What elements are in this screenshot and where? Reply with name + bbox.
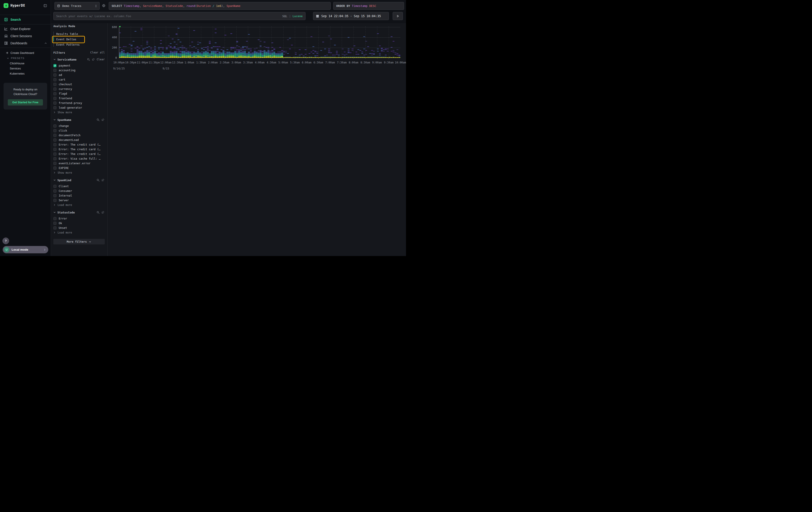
checkbox[interactable] [53,83,56,86]
filter-group-header-spankind[interactable]: SpanKind [53,178,105,182]
search-icon[interactable] [96,179,100,182]
show-more-button[interactable]: Show more [53,110,105,115]
sidebar-item-services[interactable]: Services [0,66,51,71]
filter-option-server[interactable]: Server [53,198,105,203]
checkbox[interactable] [53,189,56,193]
sidebar-item-dashboards[interactable]: Dashboards [0,39,51,47]
filter-option-flagd[interactable]: flagd [53,91,105,96]
sidebar-collapse-icon[interactable] [44,4,47,7]
checkbox[interactable] [53,166,56,170]
more-filters-button[interactable]: More filters [53,239,105,244]
sql-orderby-editor[interactable]: ORDER BY Timestamp DESC [333,2,404,10]
filter-option-load-generator[interactable]: load-generator [53,105,105,110]
filter-option-ad[interactable]: ad [53,73,105,77]
filter-option-currency[interactable]: currency [53,87,105,91]
source-select[interactable]: Demo Traces [55,2,99,10]
checkbox-checked[interactable] [53,64,56,67]
filter-option-error-the-credit-card-[interactable]: Error: The credit card (… [53,142,105,147]
filter-option-error-the-credit-card-[interactable]: Error: The credit card (… [53,152,105,156]
checkbox[interactable] [53,134,56,137]
search-icon[interactable] [87,58,90,61]
filter-option-consumer[interactable]: Consumer [53,189,105,193]
filter-option-error-visa-cache-full-[interactable]: Error: Visa cache full: … [53,156,105,161]
heatmap-canvas[interactable] [119,26,401,59]
filter-option-documentload[interactable]: documentLoad [53,138,105,142]
checkbox[interactable] [53,74,56,77]
search-input[interactable] [56,15,281,18]
pin-icon[interactable] [92,58,95,61]
mode-sql-toggle[interactable]: SQL [282,15,288,18]
search-icon[interactable] [96,211,100,214]
checkbox[interactable] [53,143,56,146]
filter-group-header-servicename[interactable]: ServiceNameClear [53,57,105,61]
checkbox[interactable] [53,87,56,90]
filter-option-unset[interactable]: Unset [53,225,105,230]
clear-group-button[interactable]: Clear [97,58,105,61]
filter-option-cart[interactable]: cart [53,77,105,82]
show-more-button[interactable]: Show more [53,170,105,175]
clear-all-button[interactable]: Clear all [90,51,105,54]
mode-lucene-toggle[interactable]: Lucene [293,15,302,18]
get-started-button[interactable]: Get Started for Free [8,99,43,106]
analysis-mode-results-table[interactable]: Results Table [56,31,105,36]
filter-option-change[interactable]: change [53,124,105,128]
checkbox[interactable] [53,92,56,95]
filter-option-click[interactable]: click [53,128,105,133]
sql-select-editor[interactable]: SELECT Timestamp, ServiceName, StatusCod… [109,2,330,10]
sidebar-item-chart-explorer[interactable]: Chart Explorer [0,25,51,32]
analysis-mode-event-deltas[interactable]: Event Deltas [56,36,105,42]
filter-group-header-statuscode[interactable]: StatusCode [53,210,105,214]
checkbox[interactable] [53,129,56,132]
filter-option-eventlistener-error[interactable]: eventListener.error [53,161,105,166]
filter-option-frontend-proxy[interactable]: frontend-proxy [53,101,105,105]
run-query-button[interactable] [393,12,403,20]
checkbox[interactable] [53,148,56,151]
sidebar-item-search[interactable]: Search [0,15,51,25]
checkbox[interactable] [53,217,56,220]
filter-group-header-spanname[interactable]: SpanName [53,118,105,122]
filter-option-frontend[interactable]: frontend [53,96,105,101]
load-more-button[interactable]: Load more [53,203,105,207]
filter-option-documentfetch[interactable]: documentFetch [53,133,105,138]
filter-option-error[interactable]: Error [53,216,105,221]
checkbox[interactable] [53,138,56,141]
checkbox[interactable] [53,78,56,81]
checkbox[interactable] [53,102,56,105]
sidebar-item-clickhouse[interactable]: ClickHouse [0,61,51,66]
checkbox[interactable] [53,162,56,165]
checkbox[interactable] [53,199,56,202]
checkbox[interactable] [53,153,56,156]
filter-option-internal[interactable]: Internal [53,193,105,198]
filter-option-ok[interactable]: Ok [53,221,105,225]
filter-option-error-the-credit-card-[interactable]: Error: The credit card (… [53,147,105,152]
analysis-mode-event-patterns[interactable]: Event Patterns [56,42,105,47]
checkbox[interactable] [53,194,56,197]
create-dashboard-button[interactable]: Create Dashboard [0,50,51,55]
plot-area[interactable] [119,26,401,59]
checkbox[interactable] [53,185,56,188]
pin-icon[interactable] [102,211,105,214]
checkbox[interactable] [53,106,56,109]
checkbox[interactable] [53,97,56,100]
presets-toggle[interactable]: PRESETS [0,55,51,61]
checkbox[interactable] [53,226,56,230]
user-menu[interactable]: U Local mode [3,246,48,253]
checkbox[interactable] [53,125,56,128]
source-settings-button[interactable] [102,4,106,7]
filter-option-checkout[interactable]: checkout [53,82,105,87]
checkbox[interactable] [53,157,56,160]
sidebar-item-client-sessions[interactable]: Client Sessions [0,32,51,39]
filter-option-accounting[interactable]: accounting [53,68,105,73]
filter-option-payment[interactable]: payment [53,63,105,68]
pin-icon[interactable] [102,179,105,182]
load-more-button[interactable]: Load more [53,230,105,235]
sidebar-item-kubernetes[interactable]: Kubernetes [0,71,51,76]
checkbox[interactable] [53,69,56,72]
checkbox[interactable] [53,222,56,225]
pin-icon[interactable] [102,118,105,122]
filter-option-client[interactable]: Client [53,184,105,189]
filter-option-expire[interactable]: EXPIRE [53,166,105,170]
time-range-picker[interactable]: Sep 14 22:04:35 - Sep 15 10:04:35 [313,12,389,20]
help-button[interactable]: ? [2,238,9,244]
search-icon[interactable] [96,118,100,122]
